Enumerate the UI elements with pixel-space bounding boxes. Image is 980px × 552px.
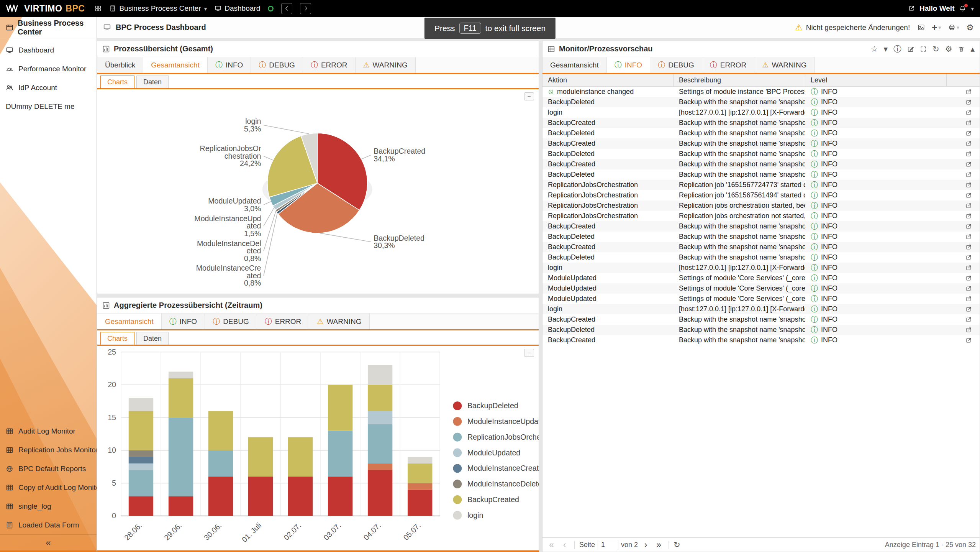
next-page-button[interactable]: › [641,540,651,550]
add-button[interactable]: +▾ [932,23,941,32]
sidebar-item-copy-of-audit-log-monitor[interactable]: Copy of Audit Log Monitor [0,478,97,497]
tab-warning[interactable]: ⚠WARNING [309,314,369,329]
brand[interactable]: VIRTIMO BPC [6,3,85,14]
table-row[interactable]: login [host:127.0.0.1] [ip:127.0.0.1] [X… [542,263,980,273]
tab-warning[interactable]: ⚠WARNING [754,57,814,73]
gear-button[interactable]: ⚙ [945,45,952,53]
tab-gesamtansicht[interactable]: Gesamtansicht [97,314,162,329]
sidebar-collapse-button[interactable]: « [0,534,97,550]
image-button[interactable] [918,24,925,31]
table-row[interactable]: ReplicationJobsOrchestration Replication… [542,180,980,190]
refresh-icon[interactable]: ↻ [674,540,680,549]
chart-minimize-button[interactable]: − [524,349,534,357]
row-open-button[interactable] [947,130,980,136]
tab-error[interactable]: ⓘERROR [257,314,310,329]
table-row[interactable]: BackupCreated Backup with the snapshot n… [542,314,980,325]
table-row[interactable]: BackupCreated Backup with the snapshot n… [542,159,980,169]
table-row[interactable]: ModuleUpdated Settings of module 'Core S… [542,273,980,283]
table-row[interactable]: BackupDeleted Backup with the snapshot n… [542,169,980,180]
caret-down-button[interactable]: ▾ [883,45,888,53]
row-open-button[interactable] [947,306,980,312]
notifications-button[interactable] [959,5,966,12]
table-row[interactable]: BackupDeleted Backup with the snapshot n… [542,97,980,107]
tab-gesamtansicht[interactable]: Gesamtansicht [542,57,607,73]
refresh-button[interactable]: ↻ [932,45,939,53]
sidebar-item-single-log[interactable]: single_log [0,497,97,516]
sidebar-item-dummy-delete-me[interactable]: DUmmy DELETE me [0,97,97,116]
row-open-button[interactable] [947,327,980,333]
trash-button[interactable] [958,46,965,53]
user-name[interactable]: Hallo Welt [919,4,955,13]
tab-debug[interactable]: ⓘDEBUG [205,314,257,329]
row-open-button[interactable] [947,275,980,281]
back-button[interactable] [281,3,292,14]
row-open-button[interactable] [947,99,980,105]
row-open-button[interactable] [947,140,980,147]
row-open-button[interactable] [947,337,980,343]
subtab-daten[interactable]: Daten [136,76,169,88]
chart-minimize-button[interactable]: − [524,92,534,100]
row-open-button[interactable] [947,120,980,126]
table-row[interactable]: BackupDeleted Backup with the snapshot n… [542,252,980,263]
table-row[interactable]: ReplicationJobsOrchestration Replication… [542,211,980,221]
sidebar-item-replication-jobs-monitor[interactable]: Replication Jobs Monitor [0,440,97,459]
sidebar-item-bpc-default-reports[interactable]: BPC Default Reports [0,459,97,478]
sidebar-item-audit-log-monitor[interactable]: Audit Log Monitor [0,422,97,440]
star-button[interactable]: ☆ [871,45,878,53]
tab-debug[interactable]: ⓘDEBUG [650,57,702,73]
vertical-splitter[interactable] [539,41,542,552]
row-open-button[interactable] [947,192,980,199]
table-row[interactable]: ModuleUpdated Settings of module 'Core S… [542,283,980,294]
topbar-business-process-center[interactable]: Business Process Center▾ [109,4,207,13]
row-open-button[interactable] [947,264,980,271]
table-row[interactable]: login [host:127.0.0.1] [ip:127.0.0.1] [X… [542,304,980,314]
tab-warning[interactable]: ⚠WARNING [356,57,416,73]
row-open-button[interactable] [947,233,980,240]
last-page-button[interactable]: » [654,540,664,550]
first-page-button[interactable]: « [546,540,557,550]
row-open-button[interactable] [947,171,980,178]
sidebar-item-performance-monitor[interactable]: Performance Monitor [0,59,97,78]
topbar-dashboard[interactable]: Dashboard [215,4,260,13]
row-open-button[interactable] [947,223,980,230]
row-open-button[interactable] [947,109,980,116]
tab-info[interactable]: ⓘINFO [162,314,205,329]
table-row[interactable]: moduleinstance changed Settings of modul… [542,87,980,97]
column-header-aktion[interactable]: Aktion [542,74,674,86]
table-row[interactable]: BackupCreated Backup with the snapshot n… [542,242,980,252]
table-row[interactable]: BackupDeleted Backup with the snapshot n… [542,128,980,138]
table-row[interactable]: BackupDeleted Backup with the snapshot n… [542,149,980,159]
row-open-button[interactable] [947,316,980,323]
table-row[interactable]: ReplicationJobsOrchestration Replication… [542,200,980,211]
page-number-input[interactable] [598,540,618,550]
tab-info[interactable]: ⓘINFO [607,57,650,73]
subtab-charts[interactable]: Charts [100,76,134,88]
column-header-beschreibung[interactable]: Beschreibung [674,74,805,86]
row-open-button[interactable] [947,151,980,157]
row-open-button[interactable] [947,213,980,219]
subtab-charts[interactable]: Charts [100,332,134,345]
row-open-button[interactable] [947,296,980,302]
tab-überblick[interactable]: Überblick [97,57,143,73]
table-row[interactable]: BackupCreated Backup with the snapshot n… [542,221,980,232]
expand-button[interactable] [920,46,927,53]
tab-gesamtansicht[interactable]: Gesamtansicht [143,57,208,73]
table-row[interactable]: BackupCreated Backup with the snapshot n… [542,138,980,149]
edit-button[interactable] [907,46,914,53]
collapse-up-button[interactable]: ▴ [970,45,975,53]
forward-button[interactable] [300,3,311,14]
row-open-button[interactable] [947,89,980,95]
table-row[interactable]: BackupCreated Backup with the snapshot n… [542,335,980,345]
row-open-button[interactable] [947,254,980,261]
tab-debug[interactable]: ⓘDEBUG [251,57,303,73]
table-row[interactable]: ReplicationJobsOrchestration Replication… [542,190,980,200]
sidebar-item-loaded-data-form[interactable]: Loaded Data Form [0,516,97,534]
row-open-button[interactable] [947,161,980,168]
settings-button[interactable]: ⚙ [966,23,974,32]
row-open-button[interactable] [947,182,980,188]
prev-page-button[interactable]: ‹ [559,540,570,550]
table-row[interactable]: BackupCreated Backup with the snapshot n… [542,118,980,128]
tab-info[interactable]: ⓘINFO [208,57,251,73]
table-row[interactable]: BackupDeleted Backup with the snapshot n… [542,325,980,335]
table-row[interactable]: ModuleUpdated Settings of module 'Core S… [542,294,980,304]
